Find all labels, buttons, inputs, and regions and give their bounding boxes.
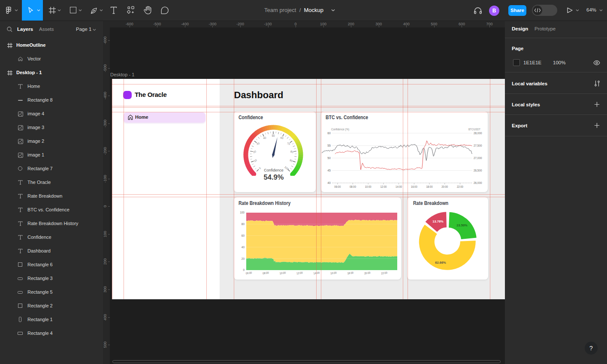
svg-text:55: 55: [327, 144, 331, 147]
svg-text:0: 0: [243, 268, 245, 271]
svg-text:60: 60: [327, 132, 331, 135]
svg-text:80: 80: [242, 223, 245, 226]
svg-text:100: 100: [240, 211, 245, 214]
svg-text:18:00: 18:00: [426, 185, 433, 188]
svg-text:30: 30: [256, 141, 260, 145]
svg-text:50: 50: [327, 156, 331, 159]
svg-text:06:00: 06:00: [334, 185, 341, 188]
svg-text:26,500: 26,500: [474, 169, 482, 172]
svg-text:18:00: 18:00: [347, 271, 354, 275]
svg-text:16:00: 16:00: [330, 271, 337, 275]
svg-text:60: 60: [280, 136, 284, 139]
svg-text:70: 70: [287, 141, 290, 145]
svg-text:80: 80: [290, 150, 294, 153]
svg-text:90: 90: [289, 158, 293, 162]
svg-text:50: 50: [272, 134, 275, 137]
svg-text:40: 40: [242, 246, 245, 249]
svg-text:06:00: 06:00: [245, 271, 252, 275]
svg-text:40: 40: [327, 181, 331, 184]
svg-text:10:00: 10:00: [365, 185, 371, 188]
svg-text:14:00: 14:00: [396, 185, 402, 188]
svg-text:26,000: 26,000: [474, 181, 482, 184]
svg-text:45: 45: [327, 169, 331, 172]
svg-text:08:00: 08:00: [263, 271, 269, 275]
svg-text:13.76%: 13.76%: [432, 220, 444, 223]
svg-text:20: 20: [253, 150, 257, 153]
svg-text:40: 40: [263, 136, 266, 139]
svg-text:23.50%: 23.50%: [456, 223, 468, 227]
svg-text:BTC/USDT: BTC/USDT: [468, 127, 480, 131]
svg-text:22:00: 22:00: [381, 271, 388, 275]
svg-text:12:00: 12:00: [380, 185, 387, 188]
svg-text:20: 20: [242, 257, 245, 260]
svg-text:60: 60: [242, 234, 245, 237]
svg-text:10:00: 10:00: [279, 271, 286, 275]
svg-text:28,000: 28,000: [474, 132, 482, 135]
svg-text:16:00: 16:00: [411, 185, 417, 188]
svg-text:20:00: 20:00: [441, 185, 448, 188]
svg-text:08:00: 08:00: [350, 185, 356, 188]
svg-text:14:00: 14:00: [313, 271, 320, 275]
svg-text:27,000: 27,000: [474, 156, 482, 159]
svg-text:10: 10: [253, 158, 257, 162]
svg-text:22:00: 22:00: [457, 185, 463, 188]
svg-text:62.66%: 62.66%: [435, 261, 446, 265]
svg-text:20:00: 20:00: [364, 271, 371, 275]
svg-text:Confidence (%): Confidence (%): [331, 127, 349, 131]
svg-text:12:00: 12:00: [296, 271, 303, 275]
svg-text:27,500: 27,500: [474, 144, 482, 147]
